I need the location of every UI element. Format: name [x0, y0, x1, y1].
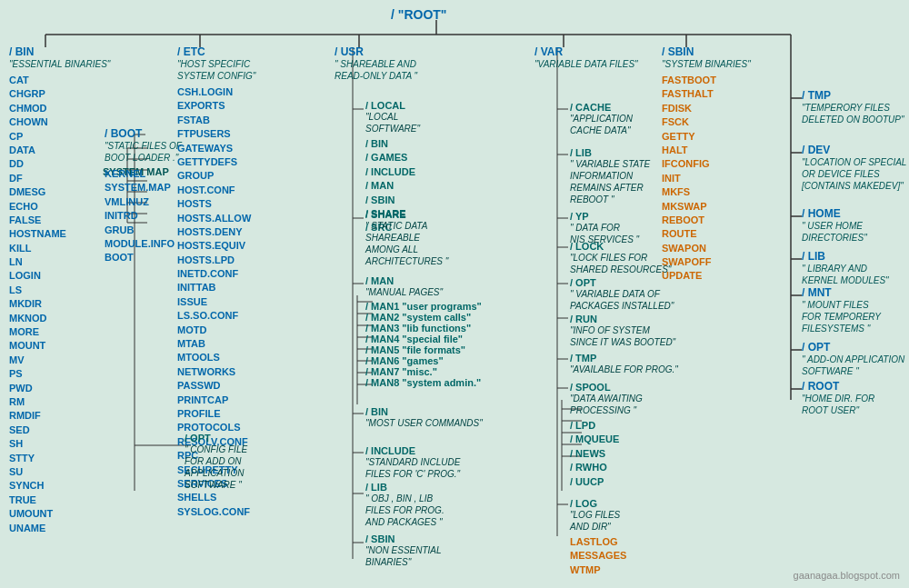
mnt-node: / MNT " MOUNT FILESFOR TEMPORERYFILESYST…	[802, 286, 881, 334]
tmp-node: / TMP "TEMPERORY FILESDELETED ON BOOTUP"	[802, 89, 904, 125]
tmp-desc: "TEMPERORY FILESDELETED ON BOOTUP"	[802, 102, 904, 125]
var-lib-desc: " VARIABLE STATEINFORMATIONREMAINS AFTER…	[570, 158, 650, 205]
mnt-title: / MNT	[802, 286, 881, 299]
var-lock-node: / LOCK "LOCK FILES FORSHARED RESOURCES"	[570, 241, 671, 275]
usr-local-title: / LOCAL	[365, 100, 420, 111]
mnt-desc: " MOUNT FILESFOR TEMPORERYFILESYSTEMS "	[802, 299, 881, 334]
usr-man-desc: "MANUAL PAGES"	[365, 286, 482, 298]
root-home-node: / ROOT "HOME DIR. FORROOT USER"	[802, 380, 874, 416]
etc-opt-desc: " CONFIG FILEFOR ADD ONAPPLICATIONSOFTWA…	[185, 443, 247, 491]
var-lib-node: / LIB " VARIABLE STATEINFORMATIONREMAINS…	[570, 147, 650, 205]
var-log-desc: "LOG FILESAND DIR"	[570, 509, 626, 533]
etc-opt-node: / OPT " CONFIG FILEFOR ADD ONAPPLICATION…	[185, 433, 247, 491]
var-run-desc: "INFO OF SYSTEMSINCE IT WAS BOOTED"	[570, 324, 675, 348]
usr-desc: " SHAREABLE ANDREAD-ONLY DATA "	[335, 58, 417, 82]
usr-include-node: / INCLUDE "STANDARD INCLUDEFILES FOR 'C'…	[365, 445, 461, 480]
root-label: / "ROOT"	[391, 7, 447, 22]
var-run-node: / RUN "INFO OF SYSTEMSINCE IT WAS BOOTED…	[570, 314, 675, 348]
usr-sbin-node: / SBIN "NON ESSENTIALBINARIES"	[365, 533, 442, 568]
usr-lib-node: / LIB " OBJ , BIN , LIBFILES FOR PROG.AN…	[365, 482, 445, 528]
etc-desc: "HOST SPECIFICSYSTEM CONFIG"	[177, 58, 255, 82]
var-cache-node: / CACHE "APPLICATIONCACHE DATA"	[570, 102, 633, 136]
var-lib-title: / LIB	[570, 147, 650, 158]
boot-desc: "STATIC FILES OFBOOT LOADER ."	[105, 140, 182, 164]
etc-title: / ETC	[177, 45, 255, 58]
usr-title: / USR	[335, 45, 417, 58]
var-yp-title: / YP	[570, 211, 639, 222]
var-tmp-node: / TMP "AVAILABLE FOR PROG."	[570, 353, 678, 375]
var-spool-node: / SPOOL "DATA AWAITINGPROCESSING " / LPD…	[570, 382, 643, 489]
opt-node: / OPT " ADD-ON APPLICATIONSOFTWARE "	[802, 341, 904, 377]
usr-share-title: / SHARE	[365, 209, 448, 220]
tmp-title: / TMP	[802, 89, 904, 102]
var-spool-desc: "DATA AWAITINGPROCESSING "	[570, 393, 643, 416]
bin-title: / BIN	[9, 45, 110, 58]
var-lock-title: / LOCK	[570, 241, 671, 252]
var-opt-desc: " VARIABLE DATA OFPACKAGES INSTALLED"	[570, 288, 674, 312]
usr-share-node: / SHARE " STATIC DATASHAREABLEAMONG ALLA…	[365, 209, 448, 267]
sbin-desc: "SYSTEM BINARIES"	[662, 58, 751, 70]
var-desc: "VARIABLE DATA FILES"	[534, 58, 638, 70]
var-cache-desc: "APPLICATIONCACHE DATA"	[570, 113, 633, 136]
var-node: / VAR "VARIABLE DATA FILES"	[534, 45, 638, 70]
usr-include-desc: "STANDARD INCLUDEFILES FOR 'C' PROG."	[365, 456, 461, 480]
var-lock-desc: "LOCK FILES FORSHARED RESOURCES"	[570, 252, 671, 275]
usr-man-title: / MAN	[365, 275, 482, 286]
var-opt-title: / OPT	[570, 277, 674, 288]
opt-desc: " ADD-ON APPLICATIONSOFTWARE "	[802, 354, 904, 377]
var-tmp-title: / TMP	[570, 353, 678, 364]
var-spool-title: / SPOOL	[570, 382, 643, 393]
dev-node: / DEV "LOCATION OF SPECIALOR DEVICE FILE…	[802, 144, 906, 192]
var-cache-title: / CACHE	[570, 102, 633, 113]
var-opt-node: / OPT " VARIABLE DATA OFPACKAGES INSTALL…	[570, 277, 674, 312]
home-title: / HOME	[802, 207, 867, 220]
var-log-node: / LOG "LOG FILESAND DIR" LASTLOG MESSAGE…	[570, 498, 626, 577]
usr-local-desc: "LOCALSOFTWARE"	[365, 111, 420, 135]
usr-bin-node: / BIN "MOST USER COMMANDS"	[365, 406, 483, 429]
usr-bin-desc: "MOST USER COMMANDS"	[365, 417, 483, 429]
var-title: / VAR	[534, 45, 638, 58]
var-tmp-desc: "AVAILABLE FOR PROG."	[570, 364, 678, 375]
dev-title: / DEV	[802, 144, 906, 156]
usr-sbin-desc: "NON ESSENTIALBINARIES"	[365, 544, 442, 568]
lib-title: / LIB	[802, 250, 889, 263]
usr-share-desc: " STATIC DATASHAREABLEAMONG ALLARCHITECT…	[365, 220, 448, 267]
var-log-title: / LOG	[570, 498, 626, 509]
var-run-title: / RUN	[570, 314, 675, 324]
root-home-title: / ROOT	[802, 380, 874, 393]
usr-lib-desc: " OBJ , BIN , LIBFILES FOR PROG.AND PACK…	[365, 493, 445, 528]
usr-include-title: / INCLUDE	[365, 445, 461, 456]
lib-desc: " LIBRARY ANDKERNEL MODULES"	[802, 263, 889, 286]
usr-sbin-title: / SBIN	[365, 533, 442, 544]
boot-title: / BOOT	[105, 127, 182, 140]
watermark: gaanagaa.blogspot.com	[794, 570, 900, 581]
boot-node: / BOOT "STATIC FILES OFBOOT LOADER ." KE…	[105, 127, 182, 265]
root-home-desc: "HOME DIR. FORROOT USER"	[802, 393, 874, 416]
sbin-node: / SBIN "SYSTEM BINARIES" FASTBOOT FASTHA…	[662, 45, 751, 284]
dev-desc: "LOCATION OF SPECIALOR DEVICE FILES[CONT…	[802, 156, 906, 192]
lib-node: / LIB " LIBRARY ANDKERNEL MODULES"	[802, 250, 889, 286]
home-desc: " USER HOMEDIRECTORIES"	[802, 220, 867, 244]
usr-lib-title: / LIB	[365, 482, 445, 493]
opt-title: / OPT	[802, 341, 904, 354]
usr-man-node: / MAN "MANUAL PAGES" / MAN1 "user progra…	[365, 275, 482, 388]
sbin-title: / SBIN	[662, 45, 751, 58]
bin-desc: "ESSENTIAL BINARIES"	[9, 58, 110, 70]
etc-opt-title: / OPT	[185, 433, 247, 443]
usr-bin-title: / BIN	[365, 406, 483, 417]
home-node: / HOME " USER HOMEDIRECTORIES"	[802, 207, 867, 244]
bin-node: / BIN "ESSENTIAL BINARIES" CAT CHGRP CHM…	[9, 45, 110, 535]
usr-node: / USR " SHAREABLE ANDREAD-ONLY DATA "	[335, 45, 417, 82]
